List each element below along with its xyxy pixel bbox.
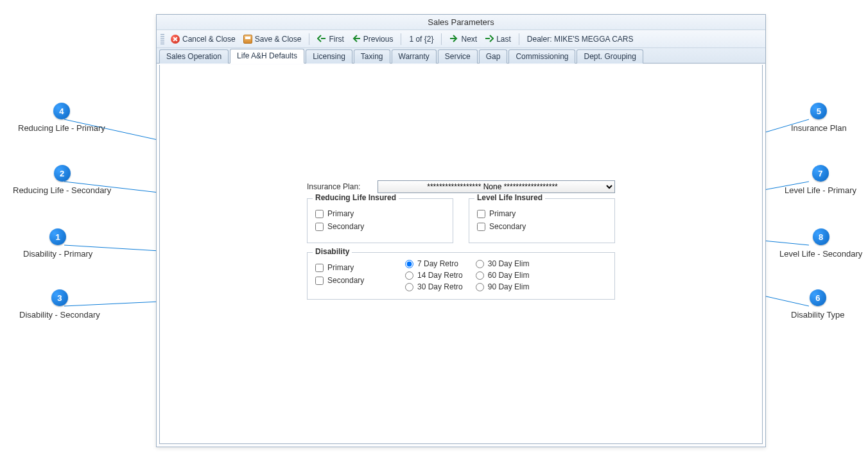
separator [519,33,519,45]
callout-label-6: Disability Type [791,310,845,320]
first-label: First [329,35,343,44]
radio-30-day-retro-input[interactable] [405,283,413,291]
save-close-label: Save & Close [255,35,302,44]
last-button[interactable]: Last [481,33,515,45]
callout-label-4: Reducing Life - Primary [18,123,105,133]
radio-14-day-retro-input[interactable] [405,271,413,280]
callout-label-8: Level Life - Secondary [779,249,862,259]
form-area: Insurance Plan: ****************** None … [307,180,615,300]
reducing-primary-label: Primary [327,209,354,218]
separator [401,33,401,45]
callout-bubble-2: 2 [54,165,71,182]
radio-90-day-elim[interactable]: 90 Day Elim [476,282,534,291]
last-icon [485,35,494,44]
radio-60-day-elim[interactable]: 60 Day Elim [476,271,534,280]
previous-icon [352,35,361,44]
dealer-value: MIKE'S MEGGA CARS [554,35,634,44]
disability-secondary-input[interactable] [315,277,324,285]
reducing-life-legend: Reducing Life Insured [313,193,399,202]
radio-7-day-retro-input[interactable] [405,260,413,268]
dealer-info: Dealer: MIKE'S MEGGA CARS [527,35,634,44]
radio-30-day-elim[interactable]: 30 Day Elim [476,259,534,268]
callout-bubble-5: 5 [810,103,827,119]
tabstrip: Sales Operation Life A&H Defaults Licens… [157,48,765,64]
disability-legend: Disability [313,247,352,256]
separator [441,33,442,45]
disability-secondary-checkbox[interactable]: Secondary [315,276,386,285]
level-primary-label: Primary [489,209,516,218]
level-secondary-input[interactable] [477,223,485,231]
cancel-close-label: Cancel & Close [182,35,236,44]
callout-label-2: Reducing Life - Secondary [13,185,111,195]
window-title: Sales Parameters [157,15,765,30]
level-primary-checkbox[interactable]: Primary [477,209,607,218]
radio-7-day-retro-label: 7 Day Retro [417,259,458,268]
first-icon [317,35,326,44]
tab-sales-operation[interactable]: Sales Operation [159,49,229,64]
radio-14-day-retro[interactable]: 14 Day Retro [405,271,463,280]
previous-label: Previous [363,35,394,44]
reducing-primary-input[interactable] [315,210,324,218]
first-button[interactable]: First [313,33,347,45]
callout-bubble-7: 7 [812,165,829,182]
level-secondary-checkbox[interactable]: Secondary [477,222,607,231]
save-close-button[interactable]: Save & Close [239,33,306,45]
last-label: Last [496,35,511,44]
callout-bubble-8: 8 [813,228,829,245]
level-life-group: Level Life Insured Primary Secondary [469,198,615,243]
callout-bubble-6: 6 [810,289,826,306]
level-secondary-label: Secondary [489,222,526,231]
window-sales-parameters: Sales Parameters Cancel & Close Save & C… [156,14,766,447]
toolbar: Cancel & Close Save & Close First Previo… [157,30,765,48]
disability-group: Disability Primary Secondary [307,252,615,300]
next-icon [449,35,458,44]
disability-secondary-label: Secondary [327,276,364,285]
tab-life-ah-defaults[interactable]: Life A&H Defaults [230,49,304,64]
callout-bubble-4: 4 [53,103,70,119]
callout-bubble-3: 3 [51,289,68,306]
toolbar-grip-icon [161,34,164,44]
save-icon [243,35,252,44]
tab-taxing[interactable]: Taxing [354,49,390,64]
tab-warranty[interactable]: Warranty [392,49,437,64]
radio-60-day-elim-input[interactable] [476,271,484,280]
dealer-label: Dealer: [527,35,552,44]
tab-licensing[interactable]: Licensing [306,49,352,64]
separator [309,33,309,45]
insurance-plan-select[interactable]: ****************** None ****************… [378,180,615,193]
next-label: Next [461,35,477,44]
level-life-legend: Level Life Insured [474,193,545,202]
next-button[interactable]: Next [446,33,481,45]
disability-primary-label: Primary [327,263,354,272]
radio-14-day-retro-label: 14 Day Retro [417,271,463,280]
insurance-plan-label: Insurance Plan: [307,182,378,191]
tab-dept-grouping[interactable]: Dept. Grouping [577,49,643,64]
tab-commissioning[interactable]: Commissioning [508,49,575,64]
reducing-primary-checkbox[interactable]: Primary [315,209,445,218]
radio-30-day-retro[interactable]: 30 Day Retro [405,282,463,291]
radio-30-day-elim-input[interactable] [476,260,484,268]
radio-30-day-elim-label: 30 Day Elim [488,259,530,268]
level-primary-input[interactable] [477,210,485,218]
radio-30-day-retro-label: 30 Day Retro [417,282,463,291]
radio-90-day-elim-label: 90 Day Elim [488,282,530,291]
callout-label-7: Level Life - Primary [785,185,856,195]
tab-service[interactable]: Service [438,49,478,64]
reducing-secondary-checkbox[interactable]: Secondary [315,222,445,231]
radio-60-day-elim-label: 60 Day Elim [488,271,530,280]
record-position: 1 of {2} [405,33,437,45]
disability-primary-input[interactable] [315,264,324,272]
radio-90-day-elim-input[interactable] [476,283,484,291]
callout-label-1: Disability - Primary [23,249,92,259]
cancel-close-button[interactable]: Cancel & Close [167,33,239,45]
tab-gap[interactable]: Gap [479,49,508,64]
radio-7-day-retro[interactable]: 7 Day Retro [405,259,463,268]
reducing-life-group: Reducing Life Insured Primary Secondary [307,198,453,243]
callout-label-3: Disability - Secondary [19,310,100,320]
previous-button[interactable]: Previous [348,33,397,45]
disability-primary-checkbox[interactable]: Primary [315,263,386,272]
tab-content: Insurance Plan: ****************** None … [159,65,763,444]
reducing-secondary-input[interactable] [315,223,324,231]
callout-bubble-1: 1 [49,228,66,245]
reducing-secondary-label: Secondary [327,222,364,231]
